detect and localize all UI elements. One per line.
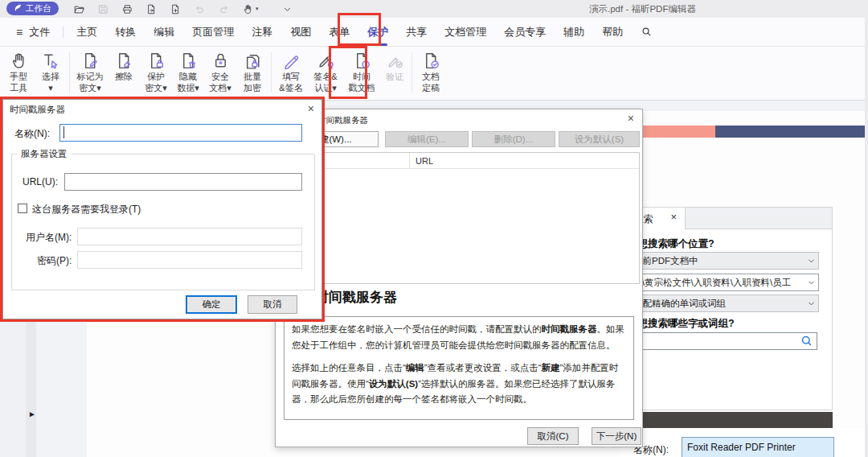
tab-edit[interactable]: 编辑 <box>154 18 174 47</box>
search-scope-value: 当前PDF文档中 <box>633 255 698 267</box>
login-checkbox[interactable] <box>18 204 27 213</box>
dialog-title: 时间戳服务器 <box>317 115 368 126</box>
text-run-bold: 新建 <box>542 363 560 373</box>
text-run-bold: 时间戳服务器 <box>542 324 597 334</box>
ribbon-tool-verify[interactable]: 验证 <box>380 49 409 83</box>
ribbon-tool-timestamp-doc[interactable]: 时间 戳文档 <box>343 49 380 93</box>
tab-comment[interactable]: 注释 <box>252 18 272 47</box>
dialog-description: 如果您想要在签名时嵌入一个受信任的时间戳，请配置默认的时间戳服务器。如果您处于工… <box>284 316 634 420</box>
open-file-icon[interactable] <box>72 2 86 16</box>
undo-icon[interactable] <box>193 2 207 16</box>
batch-encrypt-icon <box>243 50 263 72</box>
hand-tool-icon <box>9 50 29 72</box>
url-column-header: URL <box>416 156 433 166</box>
tab-help[interactable]: 帮助 <box>602 18 623 47</box>
print-icon[interactable] <box>121 2 134 16</box>
ribbon-divider <box>69 52 70 93</box>
group-label: 服务器设置 <box>17 148 72 160</box>
tab-page-manage[interactable]: 页面管理 <box>192 18 234 47</box>
verify-icon <box>385 50 405 72</box>
login-checkbox-label: 这台服务器需要我登录(T) <box>32 203 141 216</box>
printer-name-select[interactable] <box>682 437 834 457</box>
ribbon-tool-secure-doc[interactable]: 安全 文档▾ <box>204 49 236 93</box>
tab-share[interactable]: 共享 <box>406 18 427 47</box>
redo-icon[interactable] <box>217 2 231 16</box>
sign-certify-icon <box>316 50 336 72</box>
menubar: ≡ 文件 主页 转换 编辑 页面管理 注释 视图 表单 保护 共享 文档管理 会… <box>0 18 868 47</box>
username-input[interactable] <box>77 228 302 245</box>
search-icon[interactable] <box>641 18 653 47</box>
tab-view[interactable]: 视图 <box>290 18 311 47</box>
new-doc-icon[interactable] <box>169 2 182 16</box>
cancel-button[interactable]: 取消(C) <box>527 427 579 445</box>
tab-doc-manage[interactable]: 文档管理 <box>444 18 486 47</box>
text-run: 选择如上的任意条目，点击“ <box>292 363 406 373</box>
tab-home[interactable]: 主页 <box>76 18 97 47</box>
edit-server-button[interactable]: 编辑(E)... <box>385 131 469 147</box>
text-run: ”查看或者更改设置，或点击“ <box>424 363 542 373</box>
search-icon[interactable] <box>800 334 813 350</box>
ok-button[interactable]: 确定 <box>186 295 237 314</box>
username-label: 用户名(M): <box>26 231 72 245</box>
close-icon[interactable]: × <box>670 211 677 223</box>
app-window: 工作台 ▾ 演示.pdf - 福昕PDF编辑器 ≡ 文件 主页 转换 编辑 页面… <box>0 0 868 457</box>
hamburger-icon[interactable]: ≡ <box>16 18 23 47</box>
ribbon-protect: 手型 工具 选择 ▾ 标记为 密文▾ 擦除 保护 密文▾ 隐藏 数据▾ <box>0 47 868 101</box>
close-icon[interactable]: × <box>308 103 314 114</box>
ribbon-tool-mark-redact[interactable]: 标记为 密文▾ <box>72 49 108 93</box>
ribbon-tool-erase[interactable]: 擦除 <box>108 49 140 83</box>
chevron-down-icon <box>807 278 816 289</box>
search-panel-tabstrip: 搜索 × <box>621 208 832 229</box>
sidebar-expand-arrow[interactable]: ► <box>28 410 36 418</box>
titlebar: 工作台 ▾ 演示.pdf - 福昕PDF编辑器 <box>0 0 868 18</box>
ribbon-tool-doc-finalize[interactable]: 文档 定稿 <box>415 49 447 93</box>
ribbon-tool-protect-redact[interactable]: 保护 密文▾ <box>140 49 172 93</box>
grab-hand-icon <box>241 2 255 16</box>
cancel-button[interactable]: 取消 <box>248 295 297 314</box>
delete-server-button[interactable]: 删除(D)... <box>472 131 555 147</box>
tab-protect[interactable]: 保护 <box>367 18 388 47</box>
search-path-dropdown[interactable]: E:\黄宗松文件\入职资料\入职资料\员工 <box>628 274 819 291</box>
ribbon-tool-hide-data[interactable]: 隐藏 数据▾ <box>172 49 204 93</box>
next-button[interactable]: 下一步(N) <box>592 427 641 445</box>
document-content-bar-navy <box>715 126 865 138</box>
search-match-dropdown[interactable]: 匹配精确的单词或词组 <box>628 294 819 312</box>
search-what-label: 您想搜索哪些字或词组? <box>628 317 735 331</box>
tab-member[interactable]: 会员专享 <box>504 18 546 47</box>
tab-convert[interactable]: 转换 <box>115 18 136 47</box>
window-right-edge <box>865 18 868 457</box>
chevron-down-icon <box>807 299 816 310</box>
name-input[interactable] <box>59 124 302 142</box>
tab-assist[interactable]: 辅助 <box>563 18 584 47</box>
workbench-button[interactable]: 工作台 <box>6 2 59 15</box>
url-input[interactable] <box>64 173 302 191</box>
server-list[interactable]: URL <box>284 152 640 284</box>
save-icon[interactable] <box>96 2 110 16</box>
url-label: URL(U): <box>23 176 58 187</box>
close-icon[interactable]: × <box>628 113 634 124</box>
quick-toolbar: ▾ <box>72 0 294 18</box>
tab-form[interactable]: 表单 <box>329 18 350 47</box>
search-scope-dropdown[interactable]: 当前PDF文档中 <box>628 252 819 270</box>
ribbon-tool-fill-sign[interactable]: 填写 &签名 <box>274 49 308 93</box>
password-input[interactable] <box>77 251 302 269</box>
export-doc-icon[interactable] <box>145 2 158 16</box>
description-paragraph: 如果您想要在签名时嵌入一个受信任的时间戳，请配置默认的时间戳服务器。如果您处于工… <box>292 322 626 353</box>
chevron-down-icon: ▾ <box>256 6 259 12</box>
chevron-down-icon <box>807 257 816 267</box>
toolbar-expand-chevron-icon[interactable] <box>280 2 294 16</box>
secure-doc-icon <box>211 50 231 72</box>
ribbon-tool-hand[interactable]: 手型 工具 <box>2 49 35 93</box>
search-query-input[interactable] <box>628 332 817 350</box>
ribbon-tool-select[interactable]: 选择 ▾ <box>35 49 67 93</box>
password-label: 密码(P): <box>37 254 72 268</box>
hand-mode-dropdown[interactable]: ▾ <box>241 2 259 16</box>
text-run-bold: 设为默认(S) <box>369 379 418 389</box>
ribbon-tool-sign-certify[interactable]: 签名& 认证▾ <box>308 49 343 93</box>
ribbon-tool-batch-encrypt[interactable]: 批量 加密 <box>236 49 268 93</box>
select-tool-icon <box>41 50 61 72</box>
text-run-bold: 编辑 <box>406 363 424 373</box>
text-caret <box>63 126 64 138</box>
set-default-button[interactable]: 设为默认(S) <box>559 131 640 147</box>
menu-file[interactable]: 文件 <box>29 18 50 47</box>
